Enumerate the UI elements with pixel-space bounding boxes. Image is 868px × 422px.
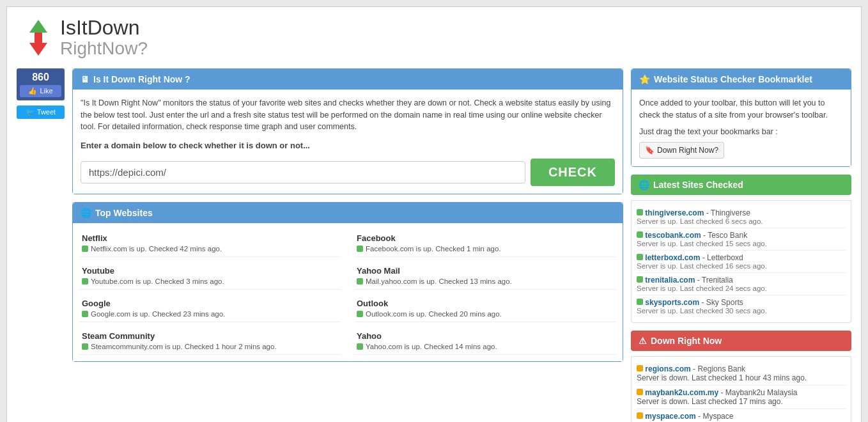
green-dot-icon	[637, 254, 643, 260]
site-name: Facebook	[357, 233, 614, 243]
green-dot-icon	[82, 311, 88, 317]
topwebsites-panel: 🌐 Top Websites Netflix Netflix.com is up…	[72, 202, 623, 362]
site-status: Mail.yahoo.com is up. Checked 13 mins ag…	[357, 277, 614, 285]
left-sidebar: 860 👍 Like 🐦 Tweet	[17, 68, 65, 422]
list-item: trenitalia.com - Trenitalia Server is up…	[637, 273, 846, 295]
site-link[interactable]: myspace.com	[645, 412, 695, 421]
twitter-icon: 🐦	[26, 108, 35, 116]
list-item: Yahoo Mail Mail.yahoo.com is up. Checked…	[354, 262, 616, 290]
url-input[interactable]	[81, 161, 525, 184]
site-link[interactable]: tescobank.com	[645, 231, 701, 240]
isitdown-header: 🖥 Is It Down Right Now ?	[73, 69, 623, 90]
green-dot-icon	[637, 231, 643, 238]
drag-instruction: Just drag the text your bookmarks bar :	[639, 126, 778, 138]
site-status: Google.com is up. Checked 23 mins ago.	[82, 310, 339, 318]
list-item: Google Google.com is up. Checked 23 mins…	[79, 295, 341, 322]
fb-icon: 👍	[28, 87, 37, 95]
status-line: Server is down. Last checked 17 mins ago…	[637, 397, 846, 406]
status-text: Yahoo.com is up. Checked 14 mins ago.	[366, 343, 497, 350]
site-name: Outlook	[357, 299, 614, 308]
isitdown-title: Is It Down Right Now ?	[93, 74, 190, 84]
latest-list: thingiverse.com - Thingiverse Server is …	[631, 200, 851, 323]
topwebsites-title: Top Websites	[95, 208, 153, 218]
check-button[interactable]: CHECK	[531, 159, 615, 186]
topwebsites-header: 🌐 Top Websites	[73, 203, 623, 223]
site-full-name: Sky Sports	[706, 298, 743, 307]
middle-section: 🖥 Is It Down Right Now ? "Is It Down Rig…	[72, 68, 623, 422]
status-text: Mail.yahoo.com is up. Checked 13 mins ag…	[366, 277, 512, 285]
down-site-name: regions.com - Regions Bank	[637, 364, 846, 373]
list-item: tescobank.com - Tesco Bank Server is up.…	[637, 228, 846, 251]
site-full-name: Tesco Bank	[708, 231, 747, 240]
site-full-name: Myspace	[702, 412, 733, 421]
list-item: letterboxd.com - Letterboxd Server is up…	[637, 251, 846, 273]
status-line: Server is down. Last checked 1 hour 43 m…	[637, 373, 846, 382]
green-dot-icon	[637, 299, 643, 305]
status-line: Server is up. Last checked 6 secs ago.	[637, 217, 846, 225]
down-title: Down Right Now	[651, 336, 722, 346]
site-link[interactable]: trenitalia.com	[645, 276, 695, 285]
down-list: regions.com - Regions Bank Server is dow…	[631, 356, 851, 422]
site-full-name: Trenitalia	[702, 276, 733, 285]
isitdown-panel: 🖥 Is It Down Right Now ? "Is It Down Rig…	[72, 68, 623, 194]
isitdown-description: "Is It Down Right Now" monitors the stat…	[81, 97, 615, 133]
bookmarklet-link[interactable]: 🔖 Down Right Now?	[639, 142, 724, 159]
globe-icon: 🌐	[81, 208, 91, 218]
page-wrapper: IsItDown RightNow? 860 👍 Like 🐦 Tweet	[0, 0, 868, 422]
bookmarklet-panel: ⭐ Website Status Checker Bookmarklet Onc…	[631, 68, 851, 167]
fb-like-box: 860 👍 Like	[17, 68, 65, 100]
site-link[interactable]: maybank2u.com.my	[645, 388, 718, 397]
down-header: ⚠ Down Right Now	[631, 331, 851, 351]
bookmarklet-header: ⭐ Website Status Checker Bookmarklet	[632, 69, 851, 90]
site-name: Yahoo	[357, 331, 614, 341]
green-dot-icon	[357, 246, 363, 252]
monitor-icon: 🖥	[81, 74, 89, 84]
list-item: Outlook Outlook.com is up. Checked 20 mi…	[354, 295, 616, 322]
status-text: Facebook.com is up. Checked 1 min ago.	[366, 245, 501, 253]
site-link[interactable]: thingiverse.com	[645, 208, 704, 217]
list-item: regions.com - Regions Bank Server is dow…	[637, 362, 846, 386]
logo-line1: IsItDown	[60, 17, 148, 39]
fb-like-button[interactable]: 👍 Like	[20, 85, 61, 97]
site-name: Netflix	[82, 233, 339, 243]
status-text: Netflix.com is up. Checked 42 mins ago.	[91, 245, 222, 253]
dash: -	[697, 276, 702, 285]
tweet-label: Tweet	[37, 108, 56, 116]
logo-icon	[23, 19, 54, 57]
bookmark-icon: 🔖	[645, 145, 655, 156]
status-text: Outlook.com is up. Checked 20 mins ago.	[366, 310, 502, 318]
fb-like-label: Like	[40, 87, 52, 95]
right-sidebar: ⭐ Website Status Checker Bookmarklet Onc…	[631, 68, 851, 422]
globe2-icon: 🌐	[639, 180, 649, 190]
site-full-name: Thingiverse	[711, 208, 750, 217]
green-dot-icon	[637, 209, 643, 215]
status-line: Server is up. Last checked 15 secs ago.	[637, 240, 846, 247]
site-link[interactable]: letterboxd.com	[645, 253, 700, 262]
site-link[interactable]: regions.com	[645, 364, 690, 373]
site-link[interactable]: skysports.com	[645, 298, 699, 307]
latest-title: Latest Sites Checked	[653, 180, 743, 190]
list-item: Yahoo Yahoo.com is up. Checked 14 mins a…	[354, 327, 616, 355]
svg-marker-1	[29, 33, 47, 56]
list-item: Netflix Netflix.com is up. Checked 42 mi…	[79, 230, 341, 257]
content-area: 860 👍 Like 🐦 Tweet 🖥 Is It D	[17, 68, 851, 422]
list-item: maybank2u.com.my - Maybank2u Malaysia Se…	[637, 386, 846, 409]
status-line: Server is up. Last checked 30 secs ago.	[637, 307, 846, 315]
tweet-button[interactable]: 🐦 Tweet	[17, 106, 65, 119]
status-line: Server is up. Last checked 16 secs ago.	[637, 262, 846, 270]
list-item: Youtube Youtube.com is up. Checked 3 min…	[79, 262, 341, 290]
warning-icon: ⚠	[639, 336, 647, 346]
green-dot-icon	[357, 343, 363, 350]
bookmarklet-description: Once added to your toolbar, this button …	[639, 97, 843, 121]
site-status: Netflix.com is up. Checked 42 mins ago.	[82, 245, 339, 253]
status-text: Steamcommunity.com is up. Checked 1 hour…	[91, 343, 277, 350]
orange-dot-icon	[637, 389, 643, 395]
latest-site-name: letterboxd.com - Letterboxd	[637, 253, 846, 262]
site-status: Outlook.com is up. Checked 20 mins ago.	[357, 310, 614, 318]
site-name: Yahoo Mail	[357, 266, 614, 276]
star-icon: ⭐	[639, 74, 650, 84]
latest-site-name: thingiverse.com - Thingiverse	[637, 208, 846, 217]
isitdown-body: "Is It Down Right Now" monitors the stat…	[73, 90, 623, 194]
list-item: Facebook Facebook.com is up. Checked 1 m…	[354, 230, 616, 257]
green-dot-icon	[357, 278, 363, 285]
